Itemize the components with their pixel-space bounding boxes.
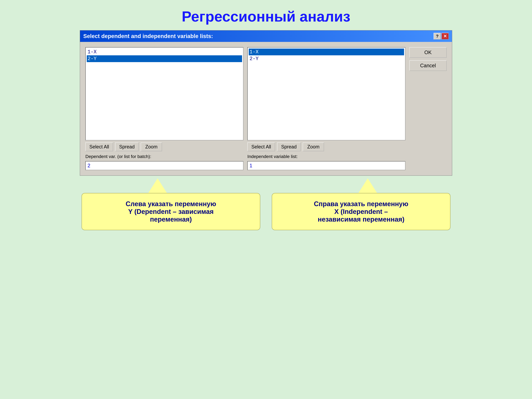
action-buttons: OK Cancel	[409, 47, 447, 170]
left-callout-box: Слева указать переменную Y (Dependent – …	[82, 193, 260, 230]
right-callout-line1: Справа указать переменную	[280, 200, 442, 208]
independent-field-value[interactable]: 1	[247, 161, 405, 170]
left-panel: 1-X 2-Y Select All Spread Zoom Dependent…	[85, 47, 243, 170]
right-callout-wrapper: Справа указать переменную X (Independent…	[272, 178, 450, 230]
page-title: Регрессионный анализ	[182, 8, 350, 25]
dialog-title-text: Select dependent and independent variabl…	[83, 33, 213, 39]
right-panel: 1-X 2-Y Select All Spread Zoom Independe…	[247, 47, 405, 170]
right-button-row: Select All Spread Zoom	[247, 142, 405, 151]
right-callout-line3: независимая переменная)	[280, 215, 442, 223]
left-callout-wrapper: Слева указать переменную Y (Dependent – …	[82, 178, 260, 230]
dependent-field-label: Dependent var. (or list for batch):	[85, 154, 243, 159]
independent-field-label: Independent variable list:	[247, 154, 405, 159]
dependent-field-value[interactable]: 2	[85, 161, 243, 170]
ok-button[interactable]: OK	[409, 47, 447, 58]
close-button[interactable]: ✕	[441, 33, 449, 39]
left-list-item-2y[interactable]: 2-Y	[87, 55, 242, 62]
right-select-all-button[interactable]: Select All	[247, 142, 275, 151]
left-callout-line3: переменная)	[90, 215, 252, 223]
right-list-item-2y[interactable]: 2-Y	[249, 55, 404, 62]
right-zoom-button[interactable]: Zoom	[303, 142, 324, 151]
left-select-all-button[interactable]: Select All	[85, 142, 113, 151]
left-zoom-button[interactable]: Zoom	[141, 142, 162, 151]
help-button[interactable]: ?	[434, 33, 441, 39]
right-spread-button[interactable]: Spread	[277, 142, 301, 151]
titlebar-buttons: ? ✕	[434, 33, 449, 39]
left-button-row: Select All Spread Zoom	[85, 142, 243, 151]
left-callout-line1: Слева указать переменную	[90, 200, 252, 208]
right-callout-arrow	[358, 178, 377, 193]
right-callout-line2: X (Independent –	[280, 208, 442, 215]
independent-listbox[interactable]: 1-X 2-Y	[247, 47, 405, 140]
dependent-listbox[interactable]: 1-X 2-Y	[85, 47, 243, 140]
left-callout-arrow	[148, 178, 167, 193]
callouts-section: Слева указать переменную Y (Dependent – …	[80, 178, 452, 230]
left-list-item-1x[interactable]: 1-X	[87, 49, 242, 55]
left-spread-button[interactable]: Spread	[115, 142, 139, 151]
dialog-window: Select dependent and independent variabl…	[80, 30, 452, 176]
dialog-titlebar: Select dependent and independent variabl…	[80, 31, 452, 42]
right-callout-box: Справа указать переменную X (Independent…	[272, 193, 450, 230]
right-list-item-1x[interactable]: 1-X	[249, 49, 404, 55]
cancel-button[interactable]: Cancel	[409, 60, 447, 71]
dialog-content: 1-X 2-Y Select All Spread Zoom Dependent…	[80, 42, 452, 175]
left-callout-line2: Y (Dependent – зависимая	[90, 208, 252, 215]
